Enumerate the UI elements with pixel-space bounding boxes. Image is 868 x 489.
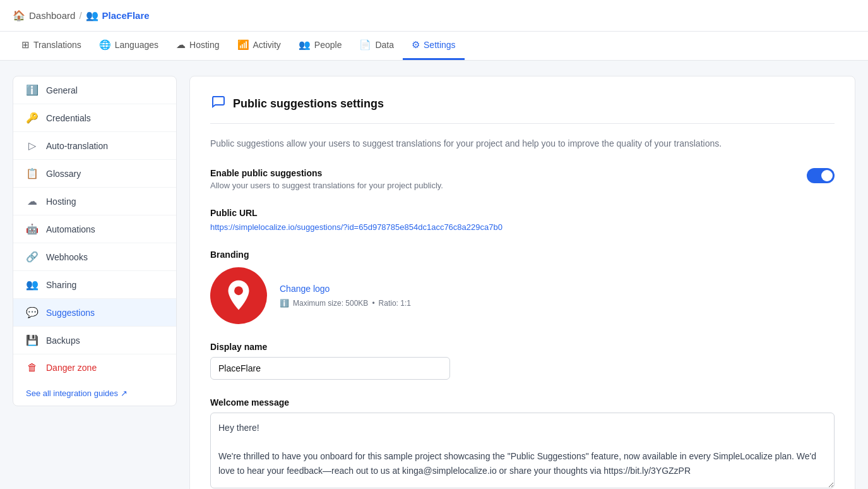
sidebar-item-credentials[interactable]: 🔑 Credentials [13,104,176,132]
welcome-message-textarea[interactable] [210,413,835,488]
logo-separator: • [372,299,374,308]
tab-activity[interactable]: 📶 Activity [229,31,290,60]
tab-languages[interactable]: 🌐 Languages [90,31,167,60]
panel-header-icon [210,94,225,113]
sidebar-item-automations[interactable]: 🤖 Automations [13,215,176,243]
translations-icon: ⊞ [21,39,30,51]
activity-icon: 📶 [237,39,249,51]
backups-icon: 💾 [26,334,39,346]
logo-max-size: Maximum size: 500KB [293,299,368,308]
nav-tabs: ⊞ Translations 🌐 Languages ☁ Hosting 📶 A… [0,32,868,61]
glossary-icon: 📋 [26,167,39,179]
logo-info: ℹ️ Maximum size: 500KB • Ratio: 1:1 [280,299,411,308]
sidebar-item-backups[interactable]: 💾 Backups [13,327,176,354]
tab-settings[interactable]: ⚙ Settings [403,31,465,60]
general-icon: ℹ️ [26,84,39,96]
tab-people[interactable]: 👥 People [290,31,351,60]
svg-point-0 [234,287,243,296]
sharing-icon: 👥 [26,279,39,291]
logo-ratio: Ratio: 1:1 [379,299,411,308]
sidebar-item-general[interactable]: ℹ️ General [13,76,176,104]
public-url-label: Public URL [210,208,835,218]
logo-preview [210,267,267,324]
languages-icon: 🌐 [99,39,111,51]
tab-hosting[interactable]: ☁ Hosting [167,31,228,60]
sidebar-item-webhooks[interactable]: 🔗 Webhooks [13,243,176,271]
topbar: 🏠 Dashboard / 👥 PlaceFlare [0,0,868,32]
branding-label: Branding [210,250,835,260]
branding-content: Change logo ℹ️ Maximum size: 500KB • Rat… [210,267,835,324]
sidebar: ℹ️ General 🔑 Credentials ▷ Auto-translat… [13,76,177,406]
project-name[interactable]: PlaceFlare [102,10,150,21]
tab-translations[interactable]: ⊞ Translations [13,31,90,60]
breadcrumb: 🏠 Dashboard / 👥 PlaceFlare [13,9,150,21]
auto-translation-icon: ▷ [26,140,39,152]
integration-guides-link[interactable]: See all integration guides ↗ [13,381,176,406]
suggestions-icon: 💬 [26,306,39,318]
display-name-input[interactable] [210,357,450,380]
data-icon: 📄 [359,39,371,51]
settings-icon: ⚙ [412,39,420,51]
info-icon: ℹ️ [280,299,289,308]
enable-suggestions-sublabel: Allow your users to suggest translations… [210,181,443,190]
public-url-section: Public URL https://simplelocalize.io/sug… [210,208,835,232]
webhooks-icon: 🔗 [26,251,39,263]
branding-section: Branding Change logo ℹ️ Maximum size: 50… [210,250,835,324]
change-logo-button[interactable]: Change logo [280,284,330,294]
sidebar-item-hosting[interactable]: ☁ Hosting [13,188,176,215]
sidebar-item-auto-translation[interactable]: ▷ Auto-translation [13,132,176,160]
content-panel: Public suggestions settings Public sugge… [189,76,855,489]
enable-suggestions-label: Enable public suggestions [210,168,443,178]
enable-suggestions-toggle[interactable] [807,168,835,183]
panel-header: Public suggestions settings [210,94,835,124]
project-icon: 👥 [86,9,98,21]
welcome-message-section: Welcome message [210,397,835,489]
main-content: ℹ️ General 🔑 Credentials ▷ Auto-translat… [0,61,868,489]
sidebar-item-sharing[interactable]: 👥 Sharing [13,271,176,299]
branding-actions: Change logo ℹ️ Maximum size: 500KB • Rat… [280,284,411,308]
automations-icon: 🤖 [26,223,39,235]
panel-description: Public suggestions allow your users to s… [210,136,835,150]
sidebar-item-glossary[interactable]: 📋 Glossary [13,160,176,188]
enable-suggestions-labels: Enable public suggestions Allow your use… [210,168,443,190]
hosting-icon: ☁ [176,39,186,51]
welcome-message-label: Welcome message [210,397,835,408]
sidebar-item-danger-zone[interactable]: 🗑 Danger zone [13,354,176,381]
display-name-section: Display name [210,342,835,380]
danger-icon: 🗑 [26,362,39,373]
breadcrumb-separator: / [79,10,81,21]
tab-data[interactable]: 📄 Data [350,31,403,60]
enable-suggestions-row: Enable public suggestions Allow your use… [210,168,835,190]
dashboard-label[interactable]: Dashboard [29,10,75,21]
toggle-slider [807,168,835,183]
people-icon: 👥 [299,39,311,51]
public-url-link[interactable]: https://simplelocalize.io/suggestions/?i… [210,222,502,232]
sidebar-item-suggestions[interactable]: 💬 Suggestions [13,299,176,327]
home-icon: 🏠 [13,9,25,21]
hosting-sidebar-icon: ☁ [26,195,39,207]
panel-title: Public suggestions settings [233,97,384,111]
credentials-icon: 🔑 [26,112,39,124]
display-name-label: Display name [210,342,835,352]
